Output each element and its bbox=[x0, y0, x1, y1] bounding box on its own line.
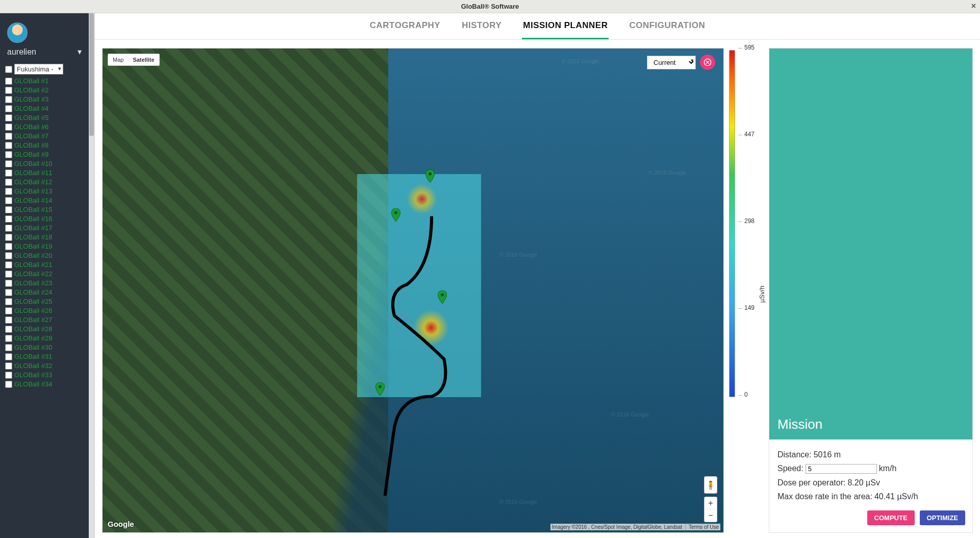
device-item[interactable]: GLOBall #26 bbox=[5, 306, 84, 315]
optimize-button[interactable]: OPTIMIZE bbox=[920, 510, 965, 525]
device-checkbox[interactable] bbox=[5, 87, 12, 94]
device-checkbox[interactable] bbox=[5, 114, 12, 121]
device-label: GLOBall #20 bbox=[14, 251, 52, 260]
map-canvas[interactable]: © 2016 Google © 2016 Google © 2016 Googl… bbox=[102, 48, 724, 533]
speed-input[interactable] bbox=[806, 464, 877, 474]
device-checkbox[interactable] bbox=[5, 133, 12, 140]
device-checkbox[interactable] bbox=[5, 252, 12, 259]
device-checkbox[interactable] bbox=[5, 197, 12, 204]
compute-button[interactable]: COMPUTE bbox=[867, 510, 915, 525]
terms-link[interactable]: Terms of Use bbox=[685, 524, 719, 530]
device-checkbox[interactable] bbox=[5, 234, 12, 241]
device-checkbox[interactable] bbox=[5, 188, 12, 195]
device-item[interactable]: GLOBall #29 bbox=[5, 334, 84, 343]
device-checkbox[interactable] bbox=[5, 169, 12, 177]
streetview-pegman[interactable]: 🧍 bbox=[704, 476, 717, 494]
device-checkbox[interactable] bbox=[5, 344, 12, 351]
device-checkbox[interactable] bbox=[5, 381, 12, 388]
site-filter-checkbox[interactable] bbox=[5, 66, 12, 73]
layer-select[interactable]: Current bbox=[647, 56, 696, 69]
tab-cartography[interactable]: CARTOGRAPHY bbox=[369, 20, 441, 39]
device-item[interactable]: GLOBall #2 bbox=[5, 86, 84, 95]
device-checkbox[interactable] bbox=[5, 179, 12, 186]
device-item[interactable]: GLOBall #7 bbox=[5, 132, 84, 141]
chevron-down-icon: ▾ bbox=[78, 47, 82, 57]
device-checkbox[interactable] bbox=[5, 353, 12, 360]
tab-configuration[interactable]: CONFIGURATION bbox=[628, 20, 706, 39]
device-checkbox[interactable] bbox=[5, 151, 12, 158]
device-checkbox[interactable] bbox=[5, 96, 12, 103]
device-checkbox[interactable] bbox=[5, 142, 12, 149]
user-menu[interactable]: aurelien ▾ bbox=[7, 47, 82, 57]
device-item[interactable]: GLOBall #27 bbox=[5, 315, 84, 325]
scrollbar-thumb[interactable] bbox=[89, 13, 94, 136]
device-item[interactable]: GLOBall #23 bbox=[5, 279, 84, 288]
map-type-satellite[interactable]: Satellite bbox=[128, 54, 159, 65]
device-item[interactable]: GLOBall #33 bbox=[5, 371, 84, 380]
device-item[interactable]: GLOBall #21 bbox=[5, 260, 84, 270]
map-waypoint-pin[interactable] bbox=[391, 208, 400, 222]
device-checkbox[interactable] bbox=[5, 215, 12, 223]
device-item[interactable]: GLOBall #30 bbox=[5, 343, 84, 352]
clear-route-button[interactable] bbox=[700, 55, 715, 70]
tab-mission-planner[interactable]: MISSION PLANNER bbox=[522, 20, 609, 39]
site-select[interactable]: Fukushima - bbox=[14, 64, 63, 75]
device-item[interactable]: GLOBall #16 bbox=[5, 214, 84, 224]
device-checkbox[interactable] bbox=[5, 326, 12, 333]
device-checkbox[interactable] bbox=[5, 289, 12, 296]
device-checkbox[interactable] bbox=[5, 372, 12, 379]
device-item[interactable]: GLOBall #13 bbox=[5, 187, 84, 196]
device-item[interactable]: GLOBall #4 bbox=[5, 104, 84, 113]
device-item[interactable]: GLOBall #31 bbox=[5, 352, 84, 361]
map-waypoint-pin[interactable] bbox=[438, 290, 447, 304]
device-checkbox[interactable] bbox=[5, 225, 12, 232]
device-checkbox[interactable] bbox=[5, 78, 12, 85]
device-checkbox[interactable] bbox=[5, 362, 12, 370]
device-item[interactable]: GLOBall #10 bbox=[5, 159, 84, 168]
device-item[interactable]: GLOBall #22 bbox=[5, 270, 84, 279]
device-item[interactable]: GLOBall #5 bbox=[5, 113, 84, 123]
device-item[interactable]: GLOBall #3 bbox=[5, 95, 84, 104]
device-item[interactable]: GLOBall #25 bbox=[5, 297, 84, 306]
device-item[interactable]: GLOBall #18 bbox=[5, 233, 84, 242]
device-item[interactable]: GLOBall #24 bbox=[5, 288, 84, 297]
zoom-in-button[interactable]: + bbox=[705, 497, 717, 509]
map-type-map[interactable]: Map bbox=[108, 54, 128, 65]
sidebar-scrollbar[interactable] bbox=[89, 13, 95, 538]
svg-point-2 bbox=[441, 294, 444, 297]
device-item[interactable]: GLOBall #9 bbox=[5, 150, 84, 159]
device-item[interactable]: GLOBall #34 bbox=[5, 380, 84, 389]
device-checkbox[interactable] bbox=[5, 206, 12, 213]
zoom-out-button[interactable]: − bbox=[705, 509, 717, 522]
device-item[interactable]: GLOBall #8 bbox=[5, 141, 84, 150]
device-checkbox[interactable] bbox=[5, 105, 12, 112]
device-checkbox[interactable] bbox=[5, 316, 12, 324]
device-checkbox[interactable] bbox=[5, 261, 12, 268]
device-checkbox[interactable] bbox=[5, 271, 12, 278]
device-item[interactable]: GLOBall #1 bbox=[5, 77, 84, 86]
colorbar-unit: µSv/h bbox=[759, 286, 766, 303]
device-item[interactable]: GLOBall #32 bbox=[5, 361, 84, 371]
device-label: GLOBall #17 bbox=[14, 224, 52, 233]
map-waypoint-pin[interactable] bbox=[425, 169, 435, 183]
device-item[interactable]: GLOBall #19 bbox=[5, 242, 84, 251]
device-item[interactable]: GLOBall #6 bbox=[5, 123, 84, 132]
device-checkbox[interactable] bbox=[5, 298, 12, 305]
window-close-button[interactable]: × bbox=[971, 2, 976, 11]
device-item[interactable]: GLOBall #11 bbox=[5, 168, 84, 178]
device-item[interactable]: GLOBall #17 bbox=[5, 224, 84, 233]
map-waypoint-pin[interactable] bbox=[375, 382, 385, 396]
device-checkbox[interactable] bbox=[5, 124, 12, 131]
device-item[interactable]: GLOBall #14 bbox=[5, 196, 84, 205]
device-item[interactable]: GLOBall #20 bbox=[5, 251, 84, 260]
device-checkbox[interactable] bbox=[5, 335, 12, 342]
tab-history[interactable]: HISTORY bbox=[461, 20, 502, 39]
device-item[interactable]: GLOBall #15 bbox=[5, 205, 84, 214]
device-item[interactable]: GLOBall #28 bbox=[5, 325, 84, 334]
device-checkbox[interactable] bbox=[5, 280, 12, 287]
device-checkbox[interactable] bbox=[5, 160, 12, 167]
device-checkbox[interactable] bbox=[5, 243, 12, 250]
device-checkbox[interactable] bbox=[5, 307, 12, 314]
device-item[interactable]: GLOBall #12 bbox=[5, 178, 84, 187]
user-avatar[interactable] bbox=[7, 22, 28, 43]
